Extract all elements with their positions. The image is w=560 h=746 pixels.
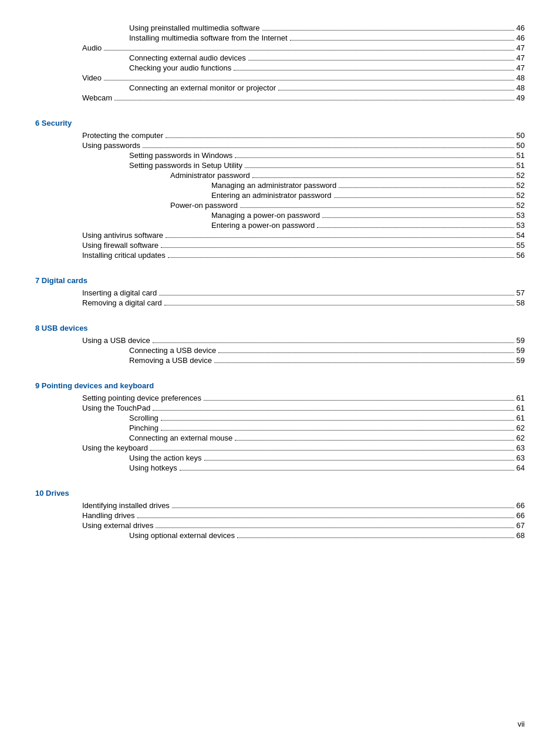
entry-text: Setting pointing device preferences bbox=[82, 394, 201, 402]
entry-page: 49 bbox=[517, 93, 525, 102]
entry-page: 47 bbox=[517, 63, 525, 72]
entry-page: 61 bbox=[517, 414, 525, 422]
section-header: 8 USB devices bbox=[35, 324, 525, 332]
entry-page: 54 bbox=[517, 231, 525, 240]
entry-page: 46 bbox=[517, 23, 525, 32]
toc-entry: Installing critical updates56 bbox=[35, 251, 525, 260]
section-header: 6 Security bbox=[35, 119, 525, 127]
entry-text: Using the action keys bbox=[129, 453, 202, 462]
entry-page: 61 bbox=[517, 394, 525, 402]
entry-dots bbox=[214, 362, 514, 363]
toc-entry: Webcam49 bbox=[35, 93, 525, 102]
entry-dots bbox=[339, 187, 514, 188]
entry-text: Connecting a USB device bbox=[129, 346, 216, 355]
entry-text: Webcam bbox=[82, 93, 112, 102]
toc-entry: Connecting an external mouse62 bbox=[35, 434, 525, 442]
entry-text: Entering an administrator password bbox=[211, 191, 332, 200]
entry-dots bbox=[245, 167, 514, 168]
entry-page: 59 bbox=[517, 336, 525, 345]
toc-sections: 6 SecurityProtecting the computer50Using… bbox=[35, 119, 525, 540]
entry-text: Using hotkeys bbox=[129, 463, 177, 472]
section-header: 10 Drives bbox=[35, 489, 525, 498]
entry-dots bbox=[153, 410, 514, 411]
toc-entry: Using external drives67 bbox=[35, 521, 525, 530]
entry-page: 62 bbox=[517, 424, 525, 432]
entry-page: 47 bbox=[517, 53, 525, 62]
toc-entry: Entering a power-on password53 bbox=[35, 221, 525, 230]
entry-page: 53 bbox=[517, 221, 525, 230]
entry-dots bbox=[235, 157, 514, 158]
entry-text: Using a USB device bbox=[82, 336, 150, 345]
entry-text: Using preinstalled multimedia software bbox=[129, 23, 260, 32]
entry-text: Connecting an external mouse bbox=[129, 434, 232, 442]
toc-entry: Removing a digital card58 bbox=[35, 298, 525, 307]
entry-text: Connecting an external monitor or projec… bbox=[129, 83, 276, 92]
entry-dots bbox=[143, 147, 514, 148]
toc-entry: Removing a USB device59 bbox=[35, 356, 525, 365]
entry-text: Protecting the computer bbox=[82, 131, 163, 140]
entry-text: Scrolling bbox=[129, 414, 158, 422]
entry-text: Using antivirus software bbox=[82, 231, 163, 240]
toc-entry: Using optional external devices68 bbox=[35, 531, 525, 540]
entry-text: Using firewall software bbox=[82, 241, 158, 250]
toc-entry: Scrolling61 bbox=[35, 414, 525, 422]
entry-page: 48 bbox=[517, 83, 525, 92]
entry-page: 66 bbox=[517, 511, 525, 520]
toc-entry: Using the action keys63 bbox=[35, 453, 525, 462]
entry-text: Identifying installed drives bbox=[82, 501, 170, 510]
entry-dots bbox=[240, 207, 514, 208]
entry-page: 61 bbox=[517, 404, 525, 412]
toc-entry: Setting passwords in Setup Utility51 bbox=[35, 161, 525, 170]
toc-entry: Managing an administrator password52 bbox=[35, 181, 525, 190]
entry-dots bbox=[278, 90, 514, 90]
entry-dots bbox=[235, 440, 514, 441]
toc-entry: Setting passwords in Windows51 bbox=[35, 151, 525, 160]
entry-page: 68 bbox=[517, 531, 525, 540]
entry-page: 64 bbox=[517, 463, 525, 472]
entry-page: 50 bbox=[517, 141, 525, 150]
entry-text: Setting passwords in Setup Utility bbox=[129, 161, 242, 170]
entry-page: 51 bbox=[517, 151, 525, 160]
entry-text: Pinching bbox=[129, 424, 158, 432]
toc-entry: Video48 bbox=[35, 73, 525, 82]
entry-text: Video bbox=[82, 73, 102, 82]
toc-entry: Entering an administrator password52 bbox=[35, 191, 525, 200]
toc-entry: Using firewall software55 bbox=[35, 241, 525, 250]
toc-entry: Connecting external audio devices47 bbox=[35, 53, 525, 62]
entry-page: 62 bbox=[517, 434, 525, 442]
entry-text: Using passwords bbox=[82, 141, 140, 150]
entry-dots bbox=[180, 470, 514, 471]
entry-dots bbox=[248, 60, 514, 61]
entry-dots bbox=[137, 518, 514, 518]
entry-dots bbox=[114, 100, 514, 100]
entry-text: Removing a USB device bbox=[129, 356, 212, 365]
entry-text: Installing multimedia software from the … bbox=[129, 33, 288, 42]
entry-text: Setting passwords in Windows bbox=[129, 151, 232, 160]
toc-entry: Using antivirus software54 bbox=[35, 231, 525, 240]
entry-text: Managing an administrator password bbox=[211, 181, 336, 190]
toc-entry: Using the TouchPad61 bbox=[35, 404, 525, 412]
entry-page: 46 bbox=[517, 33, 525, 42]
entry-text: Removing a digital card bbox=[82, 298, 162, 307]
entry-dots bbox=[164, 305, 514, 305]
entry-text: Checking your audio functions bbox=[129, 63, 231, 72]
toc-entry: Installing multimedia software from the … bbox=[35, 33, 525, 42]
toc-entry: Administrator password52 bbox=[35, 171, 525, 180]
entry-dots bbox=[153, 342, 514, 343]
entry-page: 52 bbox=[517, 181, 525, 190]
entry-page: 52 bbox=[517, 191, 525, 200]
entry-text: Administrator password bbox=[170, 171, 250, 180]
entry-page: 52 bbox=[517, 171, 525, 180]
entry-dots bbox=[262, 30, 514, 31]
toc-entry: Power-on password52 bbox=[35, 201, 525, 210]
entry-dots bbox=[334, 197, 514, 198]
entry-page: 52 bbox=[517, 201, 525, 210]
page-footer: vii bbox=[518, 720, 525, 728]
toc-entry: Using preinstalled multimedia software46 bbox=[35, 23, 525, 32]
entry-page: 50 bbox=[517, 131, 525, 140]
entry-page: 55 bbox=[517, 241, 525, 250]
entry-dots bbox=[150, 450, 514, 451]
toc-entry: Identifying installed drives66 bbox=[35, 501, 525, 510]
entry-dots bbox=[161, 247, 514, 248]
entry-dots bbox=[166, 237, 514, 238]
